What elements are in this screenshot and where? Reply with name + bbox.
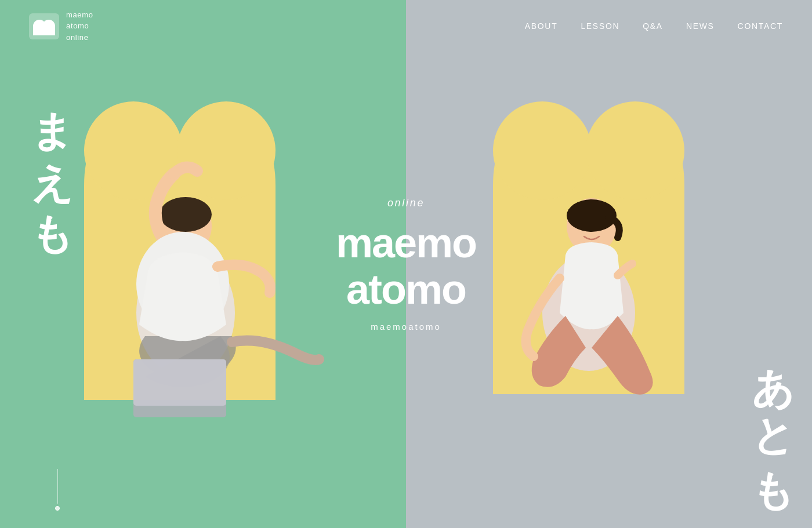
header: maemo atomo online ABOUT LESSON Q&A NEWS…: [0, 0, 812, 52]
scroll-indicator: [55, 469, 60, 511]
nav-about[interactable]: ABOUT: [525, 21, 558, 31]
nav-contact[interactable]: CONTACT: [738, 21, 783, 31]
scroll-dot: [55, 506, 60, 511]
nav-qa[interactable]: Q&A: [643, 21, 663, 31]
logo-icon: [29, 13, 59, 39]
nav: ABOUT LESSON Q&A NEWS CONTACT: [525, 21, 783, 31]
jp-text-left: まえも: [32, 81, 74, 236]
page-wrapper: まえも あとも maemo atomo online: [0, 0, 812, 528]
svg-point-5: [45, 22, 53, 30]
jp-text-right: あとも: [753, 338, 795, 493]
logo-text: maemo atomo online: [66, 9, 93, 43]
logo[interactable]: maemo atomo online: [29, 9, 93, 43]
svg-point-4: [35, 22, 44, 30]
nav-news[interactable]: NEWS: [686, 21, 715, 31]
scroll-line: [57, 469, 58, 504]
left-section: まえも: [0, 0, 406, 528]
nav-lesson[interactable]: LESSON: [581, 21, 619, 31]
right-section: あとも: [406, 0, 812, 528]
